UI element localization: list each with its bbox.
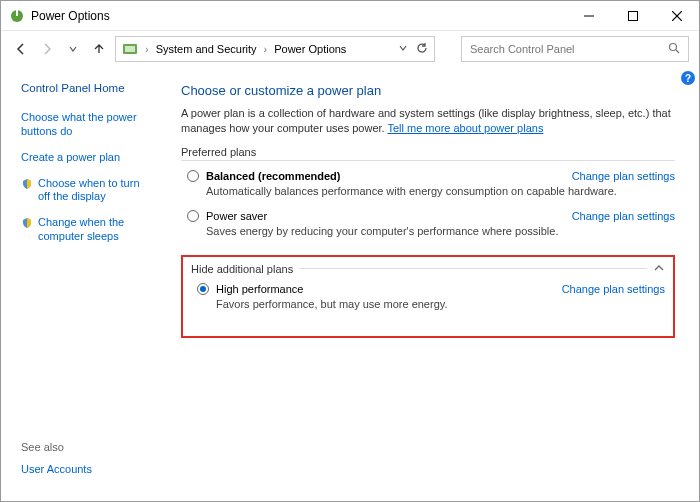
learn-more-link[interactable]: Tell me more about power plans [387,122,543,134]
main-content: Choose or customize a power plan A power… [161,67,699,501]
close-button[interactable] [655,1,699,30]
radio-power-saver[interactable] [187,210,199,222]
additional-plans-highlighted: Hide additional plans High performance C… [181,255,675,338]
search-icon [668,42,680,56]
breadcrumb-current[interactable]: Power Options [274,43,346,55]
svg-point-8 [670,44,677,51]
plan-saver-desc: Saves energy by reducing your computer's… [206,225,675,237]
svg-rect-3 [629,11,638,20]
plan-power-saver: Power saver Change plan settings Saves e… [187,205,675,245]
sidebar-link-turn-off-display[interactable]: Choose when to turn off the display [38,177,151,205]
svg-rect-1 [16,10,18,16]
toolbar: › System and Security › Power Options Se… [1,31,699,67]
breadcrumb-sep: › [145,43,149,55]
control-panel-icon [122,41,138,57]
breadcrumb-root[interactable]: System and Security [156,43,257,55]
plan-balanced-desc: Automatically balances performance with … [206,185,675,197]
chevron-up-icon [653,263,665,275]
refresh-icon[interactable] [416,42,428,56]
titlebar: Power Options [1,1,699,31]
change-settings-saver[interactable]: Change plan settings [572,210,675,222]
see-also-label: See also [21,441,151,453]
change-settings-high[interactable]: Change plan settings [562,283,665,295]
svg-rect-7 [125,46,135,52]
hide-additional-toggle[interactable]: Hide additional plans [191,263,665,278]
plan-balanced: Balanced (recommended) Change plan setti… [187,165,675,205]
svg-line-9 [676,50,679,53]
radio-high-performance[interactable] [197,283,209,295]
forward-button[interactable] [37,39,57,59]
see-also-user-accounts[interactable]: User Accounts [21,463,151,477]
recent-dropdown[interactable] [63,39,83,59]
radio-balanced[interactable] [187,170,199,182]
back-button[interactable] [11,39,31,59]
page-title: Choose or customize a power plan [181,83,675,98]
breadcrumb-sep: › [264,43,268,55]
shield-icon [21,178,33,190]
hide-additional-label: Hide additional plans [191,263,293,275]
search-placeholder: Search Control Panel [470,43,575,55]
plan-high-desc: Favors performance, but may use more ene… [216,298,665,310]
window-controls [567,1,699,30]
preferred-plans-label: Preferred plans [181,146,675,161]
change-settings-balanced[interactable]: Change plan settings [572,170,675,182]
address-dropdown-icon[interactable] [398,43,408,55]
page-description: A power plan is a collection of hardware… [181,106,675,136]
sidebar-link-create-plan[interactable]: Create a power plan [21,151,120,165]
sidebar-link-power-buttons[interactable]: Choose what the power buttons do [21,111,151,139]
plan-high-performance: High performance Change plan settings Fa… [197,278,665,318]
minimize-button[interactable] [567,1,611,30]
up-button[interactable] [89,39,109,59]
window-title: Power Options [31,9,110,23]
shield-icon [21,217,33,229]
maximize-button[interactable] [611,1,655,30]
app-icon [9,8,25,24]
search-input[interactable]: Search Control Panel [461,36,689,62]
plan-saver-name: Power saver [206,210,267,222]
plan-balanced-name: Balanced (recommended) [206,170,340,182]
preferred-plans: Balanced (recommended) Change plan setti… [187,165,675,245]
sidebar-link-computer-sleeps[interactable]: Change when the computer sleeps [38,216,151,244]
address-bar[interactable]: › System and Security › Power Options [115,36,435,62]
plan-high-name: High performance [216,283,303,295]
sidebar-home[interactable]: Control Panel Home [21,81,151,95]
sidebar: Control Panel Home Choose what the power… [1,67,161,501]
